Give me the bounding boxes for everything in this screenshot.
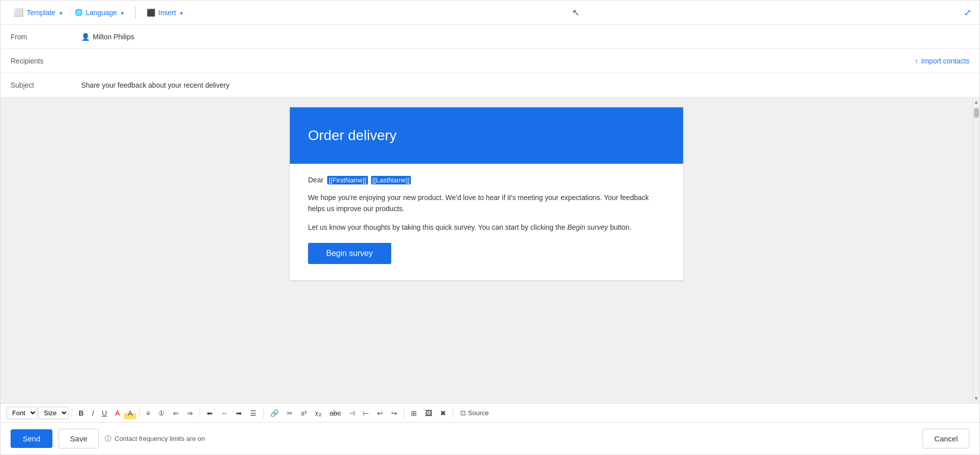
align-center-button[interactable]: ↔	[217, 407, 231, 419]
email-canvas: Order delivery Dear [[FirstName]] [[Last…	[290, 107, 683, 280]
action-bar: Send Save ⓘ Contact frequency limits are…	[1, 422, 979, 454]
language-label: Language	[86, 9, 117, 17]
fmt-sep6	[453, 408, 453, 418]
template-chevron-icon	[58, 9, 63, 17]
italic-button[interactable]: I	[88, 407, 97, 419]
ordered-list-button[interactable]: ①	[155, 407, 168, 419]
subscript-button[interactable]: x₂	[312, 407, 325, 419]
justify-button[interactable]: ☰	[247, 407, 260, 419]
recipients-label: Recipients	[11, 57, 81, 65]
fmt-sep2	[139, 408, 140, 418]
highlight-button[interactable]: A	[124, 407, 136, 419]
language-icon: 🌐	[75, 9, 83, 16]
source-label: Source	[468, 409, 488, 417]
align-right-button[interactable]: ➡	[232, 407, 246, 419]
size-select[interactable]: Size	[38, 407, 69, 419]
superscript-button[interactable]: x²	[297, 407, 311, 419]
send-button[interactable]: Send	[11, 429, 52, 448]
format-btn2[interactable]: ⊢	[359, 407, 373, 419]
link-button[interactable]: 🔗	[267, 407, 282, 419]
email-header-blue: Order delivery	[290, 107, 683, 164]
indent-button[interactable]: ⇒	[183, 407, 197, 419]
begin-survey-button[interactable]: Begin survey	[308, 243, 391, 264]
toolbar-divider	[135, 7, 136, 19]
import-contacts-button[interactable]: ↑ Import contacts	[914, 57, 969, 65]
frequency-notice-text: Contact frequency limits are on	[114, 435, 205, 442]
language-button[interactable]: 🌐 Language	[70, 6, 129, 20]
fmt-sep5	[404, 408, 404, 418]
email-greeting: Dear [[FirstName]] [[LastName]]	[308, 176, 665, 184]
underline-button[interactable]: U	[98, 407, 110, 419]
unlink-button[interactable]: ✂	[283, 407, 296, 419]
expand-icon[interactable]: ⤢	[964, 7, 971, 18]
font-select[interactable]: Font	[7, 407, 37, 419]
from-label: From	[11, 33, 81, 41]
body2-suffix: button.	[608, 223, 632, 231]
undo-button[interactable]: ↩	[374, 407, 387, 419]
language-chevron-icon	[120, 9, 124, 17]
fmt-sep1	[72, 408, 72, 418]
insert-label: Insert	[158, 9, 176, 17]
outdent-button[interactable]: ⇐	[169, 407, 182, 419]
redo-button[interactable]: ↪	[388, 407, 401, 419]
sender-name: Milton Philips	[93, 33, 134, 41]
cancel-button[interactable]: Cancel	[923, 429, 969, 448]
scroll-track	[973, 119, 979, 394]
begin-survey-container: Begin survey	[308, 243, 665, 264]
format-btn1[interactable]: ⊣	[345, 407, 358, 419]
top-toolbar: ⬜ Template 🌐 Language ⬛ Insert ↖ ⤢	[1, 1, 979, 25]
subject-value[interactable]: Share your feedback about your recent de…	[81, 81, 969, 89]
body2-prefix: Let us know your thoughts by taking this…	[308, 223, 567, 231]
save-button[interactable]: Save	[58, 429, 99, 448]
unordered-list-button[interactable]: ≡	[143, 407, 154, 419]
scrollbar[interactable]: ▲ ▼	[972, 97, 979, 403]
email-body-p2: Let us know your thoughts by taking this…	[308, 222, 665, 233]
person-icon: 👤	[81, 33, 90, 41]
recipients-row: Recipients ↑ Import contacts	[1, 49, 979, 73]
insert-button[interactable]: ⬛ Insert	[142, 6, 188, 20]
body2-italic: Begin survey	[567, 223, 608, 231]
scroll-up-arrow[interactable]: ▲	[973, 97, 979, 107]
firstname-placeholder: [[FirstName]]	[327, 176, 368, 184]
email-body-area: Order delivery Dear [[FirstName]] [[Last…	[1, 97, 979, 403]
fmt-sep3	[200, 408, 200, 418]
scroll-down-arrow[interactable]: ▼	[973, 394, 979, 403]
source-button[interactable]: ⊡ Source	[456, 407, 493, 419]
from-row: From 👤 Milton Philips	[1, 25, 979, 49]
image-button[interactable]: 🖼	[421, 407, 436, 419]
strikethrough-button[interactable]: abc	[326, 407, 345, 419]
source-icon: ⊡	[460, 409, 466, 417]
info-icon: ⓘ	[105, 434, 111, 443]
template-button[interactable]: ⬜ Template	[9, 5, 68, 20]
scroll-thumb[interactable]	[974, 108, 979, 118]
lastname-placeholder: [[LastName]]	[371, 176, 411, 184]
email-title: Order delivery	[308, 127, 665, 144]
email-body-p1: We hope you're enjoying your new product…	[308, 192, 665, 215]
import-icon: ↑	[914, 57, 918, 65]
template-label: Template	[27, 9, 55, 17]
insert-icon: ⬛	[147, 9, 155, 17]
cursor-icon: ↖	[572, 7, 580, 18]
bold-button[interactable]: B	[75, 407, 87, 419]
align-left-button[interactable]: ⬅	[203, 407, 216, 419]
frequency-notice: ⓘ Contact frequency limits are on	[105, 434, 205, 443]
subject-row: Subject Share your feedback about your r…	[1, 73, 979, 97]
template-icon: ⬜	[14, 8, 24, 17]
format-toolbar: Font Size B I U A A ≡ ① ⇐ ⇒ ⬅ ↔ ➡ ☰ 🔗 ✂ …	[1, 403, 979, 422]
greeting-text: Dear	[308, 176, 323, 184]
import-contacts-label: Import contacts	[921, 57, 969, 65]
remove-format-button[interactable]: ✖	[437, 407, 450, 419]
table-button[interactable]: ⊞	[407, 407, 420, 419]
font-color-button[interactable]: A	[111, 407, 123, 419]
email-scroll-area[interactable]: Order delivery Dear [[FirstName]] [[Last…	[1, 97, 972, 403]
fmt-sep4	[263, 408, 264, 418]
subject-label: Subject	[11, 81, 81, 89]
subject-text: Share your feedback about your recent de…	[81, 81, 229, 89]
insert-chevron-icon	[179, 9, 183, 17]
from-value: 👤 Milton Philips	[81, 33, 969, 41]
email-content: Dear [[FirstName]] [[LastName]] We hope …	[290, 164, 683, 280]
